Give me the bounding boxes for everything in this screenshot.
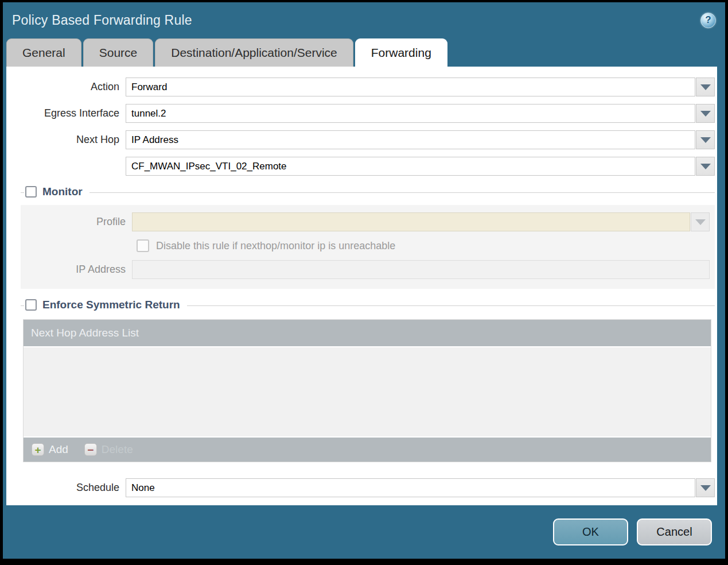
add-button[interactable]: + Add	[32, 443, 68, 456]
next-hop-type-dropdown-button[interactable]	[696, 130, 715, 149]
disable-rule-checkbox	[137, 239, 149, 252]
tab-bar: General Source Destination/Application/S…	[3, 38, 725, 67]
ok-button[interactable]: OK	[553, 518, 628, 545]
dialog-title: Policy Based Forwarding Rule	[12, 13, 192, 28]
monitor-ip-address-label: IP Address	[21, 264, 132, 276]
next-hop-address-list-table: Next Hop Address List + Add − Delete	[23, 319, 711, 462]
schedule-dropdown-button[interactable]	[696, 478, 715, 497]
egress-interface-row: Egress Interface tunnel.2	[6, 104, 715, 123]
monitor-ip-address-row: IP Address	[21, 260, 710, 279]
delete-button: − Delete	[84, 443, 133, 456]
action-row: Action Forward	[6, 78, 715, 96]
disable-rule-row: Disable this rule if nexthop/monitor ip …	[137, 239, 710, 252]
chevron-down-icon	[700, 164, 711, 169]
next-hop-address-dropdown-button[interactable]	[696, 157, 715, 176]
delete-button-label: Delete	[102, 443, 133, 456]
cancel-button[interactable]: Cancel	[637, 518, 712, 545]
egress-interface-select[interactable]: tunnel.2	[126, 104, 695, 123]
profile-dropdown-button	[691, 212, 710, 231]
action-select[interactable]: Forward	[126, 78, 695, 96]
enforce-symmetric-return-section: Enforce Symmetric Return Next Hop Addres…	[21, 299, 715, 462]
action-dropdown-button[interactable]	[696, 78, 715, 96]
egress-interface-dropdown-button[interactable]	[696, 104, 715, 123]
help-icon[interactable]: ?	[700, 13, 716, 28]
chevron-down-icon	[695, 219, 706, 225]
disable-rule-label: Disable this rule if nexthop/monitor ip …	[156, 240, 395, 252]
next-hop-type-select[interactable]: IP Address	[126, 130, 695, 149]
monitor-legend: Monitor	[24, 185, 89, 198]
next-hop-address-select[interactable]: CF_MWAN_IPsec_VTI_02_Remote	[126, 157, 695, 176]
next-hop-label: Next Hop	[6, 134, 126, 146]
dialog-footer: OK Cancel	[3, 505, 725, 559]
chevron-down-icon	[700, 485, 711, 491]
monitor-panel: Profile Disable this rule if nexthop/mon…	[21, 205, 715, 289]
next-hop-address-list-column-header: Next Hop Address List	[31, 327, 139, 339]
monitor-legend-label: Monitor	[42, 185, 83, 198]
enforce-legend-label: Enforce Symmetric Return	[42, 299, 180, 311]
chevron-down-icon	[700, 111, 711, 117]
next-hop-row: Next Hop IP Address	[6, 130, 715, 149]
chevron-down-icon	[700, 137, 711, 143]
table-header: Next Hop Address List	[24, 320, 711, 347]
tab-source[interactable]: Source	[83, 38, 154, 67]
chevron-down-icon	[700, 84, 711, 90]
profile-label: Profile	[21, 216, 132, 228]
monitor-ip-address-input	[132, 260, 710, 279]
profile-row: Profile	[21, 212, 710, 231]
monitor-checkbox[interactable]	[25, 186, 37, 198]
schedule-row: Schedule None	[6, 478, 715, 497]
minus-icon: −	[84, 443, 97, 456]
enforce-symmetric-return-checkbox[interactable]	[25, 299, 37, 311]
forwarding-tab-panel: Action Forward Egress Interface tunnel.2…	[6, 67, 717, 505]
egress-interface-label: Egress Interface	[6, 107, 126, 119]
add-button-label: Add	[49, 443, 68, 456]
enforce-legend: Enforce Symmetric Return	[24, 299, 187, 311]
schedule-select[interactable]: None	[126, 478, 695, 497]
schedule-label: Schedule	[6, 482, 126, 494]
next-hop-address-row: CF_MWAN_IPsec_VTI_02_Remote	[6, 157, 715, 176]
table-body-empty[interactable]	[24, 347, 711, 436]
policy-based-forwarding-dialog: Policy Based Forwarding Rule ? General S…	[3, 2, 725, 559]
monitor-section: Monitor Profile Disable this rule if nex…	[21, 185, 715, 289]
plus-icon: +	[32, 443, 44, 456]
table-footer: + Add − Delete	[24, 436, 711, 462]
action-label: Action	[6, 81, 126, 93]
tab-general[interactable]: General	[6, 38, 81, 67]
tab-forwarding[interactable]: Forwarding	[355, 38, 447, 67]
tab-destination-application-service[interactable]: Destination/Application/Service	[155, 38, 353, 67]
dialog-titlebar: Policy Based Forwarding Rule ?	[3, 2, 725, 38]
profile-select	[132, 212, 690, 231]
